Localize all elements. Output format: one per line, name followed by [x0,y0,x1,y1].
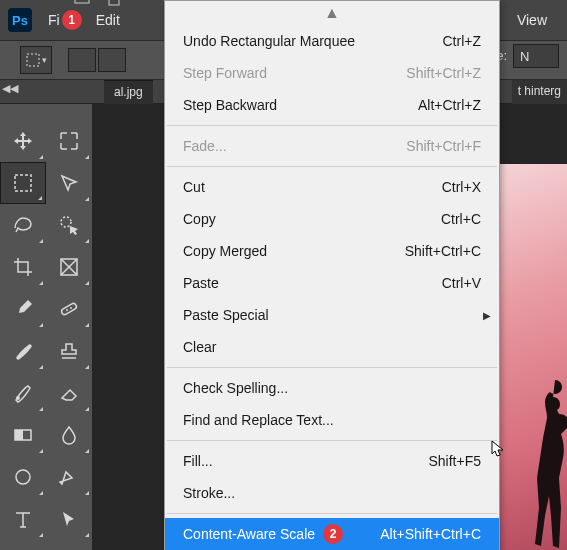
tool-frame[interactable] [46,246,92,288]
chevron-down-icon: ▾ [42,55,47,65]
tool-lasso[interactable] [0,204,46,246]
svg-rect-3 [109,0,119,5]
tool-hand[interactable] [46,540,92,550]
tool-move[interactable] [0,120,46,162]
menuitem-stroke[interactable]: Stroke... [165,477,499,509]
panel-collapse-handle[interactable]: ◀◀ [2,82,18,95]
menuitem-find-replace[interactable]: Find and Replace Text... [165,404,499,436]
options-selection-mode-group [68,48,126,72]
menuitem-content-aware-scale[interactable]: Content-Aware Scale 2 Alt+Shift+Ctrl+C [165,518,499,550]
menuitem-clear[interactable]: Clear [165,331,499,363]
options-tool-preset[interactable]: ▾ [20,46,52,74]
quick-select-icon [58,214,80,236]
tool-crop[interactable] [0,246,46,288]
tool-clone-stamp[interactable] [46,330,92,372]
svg-point-5 [61,217,71,227]
menuitem-cut-shortcut: Ctrl+X [442,179,481,195]
svg-rect-12 [15,430,23,440]
tool-type[interactable] [0,498,46,540]
menuitem-cut[interactable]: Cut Ctrl+X [165,171,499,203]
stamp-icon [58,340,80,362]
menuitem-step-forward-label: Step Forward [183,65,267,81]
frame-icon [58,256,80,278]
tool-move-alt[interactable] [46,162,92,204]
tool-artboard[interactable] [46,120,92,162]
menuitem-paste-special-label: Paste Special [183,307,269,323]
svg-rect-4 [15,175,31,191]
toolbox [0,120,92,550]
marquee-icon [26,53,40,67]
eyedropper-icon [12,298,34,320]
svg-rect-0 [27,54,39,66]
image-figure-silhouette [527,370,567,550]
tool-rectangle[interactable] [0,540,46,550]
artboard-icon [58,130,80,152]
document-tab-left[interactable]: al.jpg [104,80,153,104]
blur-drop-icon [58,424,80,446]
document-tab-left-label: al.jpg [114,85,143,99]
submenu-arrow-icon: ▶ [483,310,491,321]
lasso-icon [12,214,34,236]
menuitem-content-aware-scale-label: Content-Aware Scale [183,526,315,542]
tool-history-brush[interactable] [0,372,46,414]
menuitem-undo[interactable]: Undo Rectangular Marquee Ctrl+Z [165,25,499,57]
tool-path-selection[interactable] [46,498,92,540]
menuitem-fill-shortcut: Shift+F5 [428,453,481,469]
menuitem-paste-label: Paste [183,275,219,291]
menu-file-label: Fi [48,12,60,28]
tool-dodge[interactable] [0,456,46,498]
annotation-badge-2: 2 [323,524,343,544]
menuitem-fade-shortcut: Shift+Ctrl+F [406,138,481,154]
menuitem-fade: Fade... Shift+Ctrl+F [165,130,499,162]
menu-separator [167,125,497,126]
menuitem-step-backward[interactable]: Step Backward Alt+Ctrl+Z [165,89,499,121]
app-logo: Ps [8,8,32,32]
menuitem-copy-merged-shortcut: Shift+Ctrl+C [405,243,481,259]
tool-spot-healing[interactable] [46,288,92,330]
document-tab-right[interactable]: t hinterg [512,80,567,104]
menuitem-copy-merged[interactable]: Copy Merged Shift+Ctrl+C [165,235,499,267]
chevron-up-icon: ▲ [324,4,340,22]
menuitem-check-spelling[interactable]: Check Spelling... [165,372,499,404]
tool-eraser[interactable] [46,372,92,414]
type-icon [12,508,34,530]
menuitem-fade-label: Fade... [183,138,227,154]
menuitem-paste[interactable]: Paste Ctrl+V [165,267,499,299]
tool-blur[interactable] [46,414,92,456]
dodge-icon [12,466,34,488]
menu-view[interactable]: View [517,0,547,40]
tool-pen[interactable] [46,456,92,498]
tool-gradient[interactable] [0,414,46,456]
style-select[interactable]: N [513,44,559,68]
menuitem-check-spelling-label: Check Spelling... [183,380,288,396]
menuitem-step-forward-shortcut: Shift+Ctrl+Z [406,65,481,81]
menu-separator [167,513,497,514]
path-arrow-icon [58,508,80,530]
tool-quick-selection[interactable] [46,204,92,246]
menu-separator [167,367,497,368]
menuitem-clear-label: Clear [183,339,216,355]
menuitem-paste-special[interactable]: Paste Special ▶ [165,299,499,331]
edit-menu-dropdown: ▲ Undo Rectangular Marquee Ctrl+Z Step F… [164,0,500,550]
menuitem-undo-shortcut: Ctrl+Z [443,33,482,49]
menuitem-copy-merged-label: Copy Merged [183,243,267,259]
menuitem-stroke-label: Stroke... [183,485,235,501]
menuitem-step-backward-label: Step Backward [183,97,277,113]
menuitem-fill[interactable]: Fill... Shift+F5 [165,445,499,477]
tool-eyedropper[interactable] [0,288,46,330]
menu-separator [167,166,497,167]
selection-mode-new[interactable] [68,48,96,72]
menuitem-undo-label: Undo Rectangular Marquee [183,33,355,49]
marquee-rect-icon [12,172,34,194]
menu-scroll-up[interactable]: ▲ [165,1,499,25]
svg-point-10 [16,396,20,400]
menuitem-content-aware-scale-shortcut: Alt+Shift+Ctrl+C [380,526,481,542]
selection-mode-add[interactable] [98,48,126,72]
svg-point-8 [66,309,68,311]
tool-brush[interactable] [0,330,46,372]
menuitem-copy[interactable]: Copy Ctrl+C [165,203,499,235]
move-icon [12,130,34,152]
tool-rectangular-marquee[interactable] [0,162,46,204]
pen-icon [58,466,80,488]
menu-separator [167,440,497,441]
